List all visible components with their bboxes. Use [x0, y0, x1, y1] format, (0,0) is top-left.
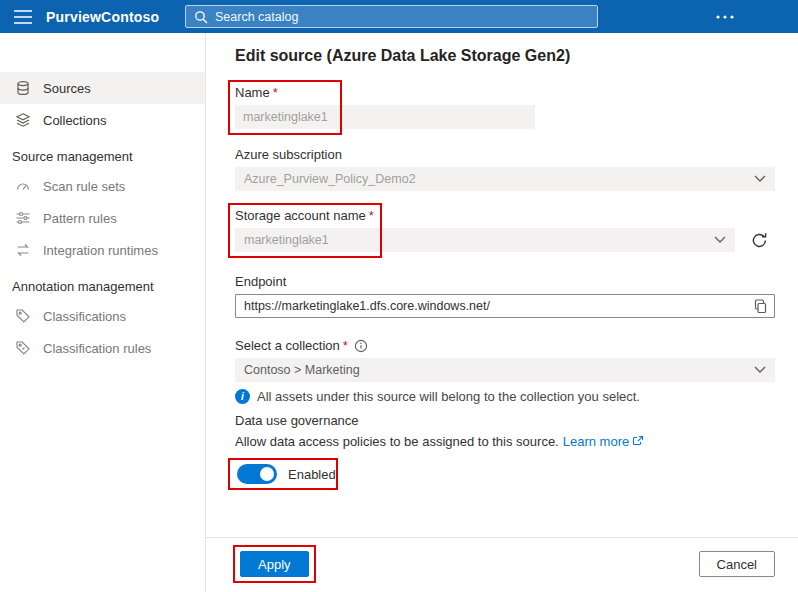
sidebar: Sources Collections Source management Sc…	[0, 33, 206, 592]
purview-window: PurviewContoso Search catalog Sources Co…	[0, 0, 798, 592]
required-asterisk: *	[343, 338, 348, 353]
sidebar-item-classifications[interactable]: Classifications	[0, 300, 205, 332]
external-link-icon	[632, 435, 644, 447]
section-label: Source management	[12, 149, 133, 164]
toggle-state-label: Enabled	[288, 467, 336, 482]
sidebar-item-scan-rule-sets[interactable]: Scan rule sets	[0, 170, 205, 202]
search-placeholder: Search catalog	[215, 10, 298, 24]
classifications-icon	[15, 308, 32, 324]
storage-account-dropdown: marketinglake1	[235, 228, 735, 252]
sidebar-item-label: Scan rule sets	[43, 179, 125, 194]
sidebar-item-pattern-rules[interactable]: Pattern rules	[0, 202, 205, 234]
sidebar-section-annotation-management: Annotation management	[0, 272, 205, 300]
chevron-down-icon	[754, 366, 766, 374]
info-tooltip-icon[interactable]	[354, 339, 368, 353]
collections-icon	[15, 112, 32, 128]
search-input[interactable]: Search catalog	[185, 5, 598, 28]
chevron-down-icon	[714, 236, 726, 244]
endpoint-label: Endpoint	[235, 274, 775, 289]
apply-button[interactable]: Apply	[240, 551, 309, 577]
sidebar-item-classification-rules[interactable]: Classification rules	[0, 332, 205, 364]
endpoint-input[interactable]: https://marketinglake1.dfs.core.windows.…	[235, 294, 775, 318]
sources-icon	[15, 80, 32, 96]
search-icon	[194, 10, 208, 24]
section-label: Annotation management	[12, 279, 154, 294]
collection-value: Contoso > Marketing	[244, 363, 754, 377]
storage-account-field: Storage account name* marketinglake1	[235, 208, 775, 252]
hamburger-menu-icon[interactable]	[0, 0, 46, 33]
endpoint-field: Endpoint https://marketinglake1.dfs.core…	[235, 274, 775, 318]
sidebar-item-collections[interactable]: Collections	[0, 104, 205, 136]
subscription-value: Azure_Purview_Policy_Demo2	[244, 172, 754, 186]
collection-note: i All assets under this source will belo…	[235, 389, 775, 404]
collection-field: Select a collection* Contoso > Marketing…	[235, 338, 775, 404]
integration-runtimes-icon	[15, 242, 32, 258]
governance-toggle-group: Enabled	[237, 464, 336, 484]
governance-toggle[interactable]	[237, 464, 277, 484]
app-title: PurviewContoso	[46, 9, 159, 25]
storage-account-value: marketinglake1	[244, 233, 714, 247]
required-asterisk: *	[369, 208, 374, 223]
sidebar-item-label: Pattern rules	[43, 211, 117, 226]
subscription-label: Azure subscription	[235, 147, 775, 162]
sidebar-item-label: Collections	[43, 113, 107, 128]
sidebar-item-sources[interactable]: Sources	[0, 72, 205, 104]
top-bar: PurviewContoso Search catalog	[0, 0, 798, 33]
collection-note-text: All assets under this source will belong…	[257, 389, 640, 404]
required-asterisk: *	[273, 85, 278, 100]
governance-label: Data use governance	[235, 413, 775, 428]
sidebar-section-source-management: Source management	[0, 142, 205, 170]
sidebar-item-label: Sources	[43, 81, 91, 96]
scan-rule-sets-icon	[15, 178, 32, 194]
subscription-field: Azure subscription Azure_Purview_Policy_…	[235, 147, 775, 191]
refresh-icon[interactable]	[751, 232, 768, 249]
endpoint-value: https://marketinglake1.dfs.core.windows.…	[244, 299, 753, 313]
storage-account-label: Storage account name*	[235, 208, 775, 223]
collection-dropdown[interactable]: Contoso > Marketing	[235, 358, 775, 382]
page-title: Edit source (Azure Data Lake Storage Gen…	[235, 47, 775, 65]
more-icon[interactable]	[710, 0, 740, 33]
sidebar-item-label: Integration runtimes	[43, 243, 158, 258]
cancel-button[interactable]: Cancel	[699, 551, 775, 577]
chevron-down-icon	[754, 175, 766, 183]
dialog-footer: Apply Cancel	[206, 537, 798, 592]
name-field: Name* marketinglake1	[235, 85, 775, 129]
name-label: Name*	[235, 85, 775, 100]
toggle-knob	[260, 467, 274, 481]
name-input: marketinglake1	[235, 105, 535, 129]
copy-icon[interactable]	[753, 299, 768, 314]
classification-rules-icon	[15, 340, 32, 356]
collection-label: Select a collection*	[235, 338, 348, 353]
sidebar-item-integration-runtimes[interactable]: Integration runtimes	[0, 234, 205, 266]
pattern-rules-icon	[15, 210, 32, 226]
learn-more-link[interactable]: Learn more	[563, 434, 629, 449]
governance-description: Allow data access policies to be assigne…	[235, 434, 775, 449]
info-icon: i	[235, 389, 250, 404]
subscription-dropdown: Azure_Purview_Policy_Demo2	[235, 167, 775, 191]
sidebar-item-label: Classification rules	[43, 341, 151, 356]
data-use-governance-field: Data use governance Allow data access po…	[235, 413, 775, 487]
edit-source-panel: Edit source (Azure Data Lake Storage Gen…	[206, 33, 798, 592]
sidebar-item-label: Classifications	[43, 309, 126, 324]
